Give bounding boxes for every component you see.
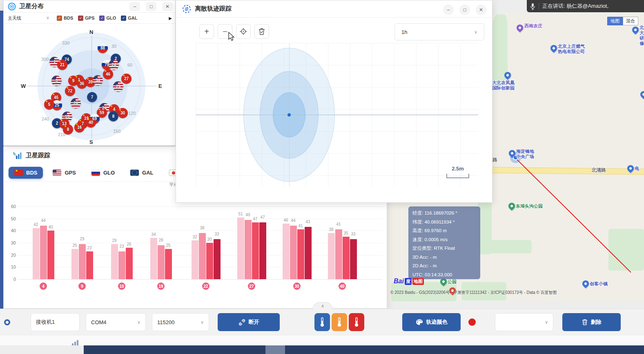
receiver-name-input[interactable]: 接收机1 (31, 313, 80, 331)
palette-icon (416, 319, 423, 325)
satellite-gps-24[interactable]: 24 (109, 60, 119, 70)
satellite-gps-26[interactable]: 26 (71, 98, 81, 108)
chevron-down-icon: ∨ (201, 320, 204, 325)
info-line: 速度: 0.0005 m/s (412, 235, 476, 244)
crosshair-icon (240, 28, 247, 35)
track-color-button[interactable]: 轨迹颜色 (402, 313, 461, 331)
tab-label: GPS (65, 170, 76, 176)
map-type-map-button[interactable]: 地图 (607, 17, 623, 25)
tab-label: GLO (103, 170, 115, 176)
azimuth-label-150: 150 (113, 129, 120, 134)
satellite-bds-5[interactable]: ★5 (44, 99, 54, 110)
satellite-bds-8[interactable]: ★8 (63, 124, 73, 134)
info-line: 定位类型: RTK Float (412, 244, 476, 253)
info-line: 经度: 116.18697026 ° (412, 209, 476, 218)
constellation-filter-bar: 主天线 ∨ ✓ BDS ✓ GPS ✓ GLO ✓ GAL ▶ (4, 13, 175, 24)
bar-value-label: 42 (31, 222, 41, 227)
checkbox-checked-icon: ✓ (121, 16, 126, 21)
maximize-icon[interactable]: □ (146, 2, 156, 11)
minimize-icon[interactable]: – (129, 2, 140, 11)
map-pin-blue[interactable] (639, 90, 644, 99)
receiver-radio-indicator[interactable] (4, 319, 10, 325)
temperature-button-orange[interactable] (332, 313, 347, 331)
bar-sat22-3 (214, 239, 221, 279)
satellite-gps-29[interactable]: 29 (113, 81, 123, 92)
temperature-button-red[interactable] (349, 313, 364, 331)
time-range-select[interactable]: 1h ∨ (394, 23, 484, 40)
map-label: 公园 (448, 279, 457, 285)
filter-gal[interactable]: ✓ GAL (121, 16, 137, 21)
satellite-bds-72[interactable]: ★72 (65, 86, 75, 96)
bar-value-label: 26 (124, 242, 134, 246)
mouse-cursor (227, 31, 236, 41)
antenna-select[interactable]: 主天线 ∨ (4, 15, 52, 21)
satellite-gal-7[interactable]: 7 (87, 92, 97, 102)
filter-glo[interactable]: ✓ GLO (99, 16, 116, 21)
map-pin-北京上庄燃气[interactable] (549, 44, 559, 53)
satellite-bds-30[interactable]: ★30 (118, 108, 128, 118)
map-type-hybrid-button[interactable]: 混合 (623, 17, 638, 25)
satellite-bds-27[interactable]: ★27 (121, 74, 131, 84)
map-pin-创客小镇[interactable] (581, 279, 591, 289)
bar-value-label: 43 (303, 220, 313, 224)
satellite-gps-3[interactable]: 3 (51, 76, 62, 86)
bar-sat10-0 (111, 244, 118, 279)
category-badge-27: 27 (248, 282, 255, 290)
play-arrow-icon[interactable]: ▶ (169, 16, 172, 20)
bar-sat19-2 (165, 249, 172, 279)
category-badge-30: 30 (293, 282, 301, 290)
filter-label: GPS (85, 16, 94, 20)
baud-rate-value: 115200 (157, 319, 174, 325)
filter-bds[interactable]: ✓ BDS (57, 16, 73, 21)
y-axis-tick: 30 (5, 240, 16, 245)
map-label: 东埠头沟公园 (516, 204, 543, 209)
satellite-bds-46[interactable]: ★46 (103, 69, 113, 79)
com-port-value: COM4 (91, 319, 107, 325)
disconnect-button[interactable]: 断开 (218, 313, 280, 331)
tab-gal[interactable]: GAL (125, 167, 159, 179)
bar-sat22-2 (206, 243, 213, 279)
close-icon[interactable]: ✕ (162, 2, 173, 11)
map-pin-西南农庄[interactable] (515, 23, 525, 33)
minimize-icon[interactable]: – (443, 4, 454, 15)
y-axis-tick: 40 (5, 228, 16, 233)
checkbox-checked-icon: ✓ (99, 16, 105, 21)
temperature-button-blue[interactable] (314, 313, 330, 331)
map-label: 创客小镇 (590, 281, 608, 287)
track-color-swatch[interactable] (468, 318, 476, 326)
chart-gridline (18, 206, 383, 207)
bar-value-label: 41 (334, 222, 343, 226)
satellite-gps-34[interactable]: 34 (93, 75, 103, 85)
delete-label: 删除 (591, 318, 602, 326)
satellite-glo-88[interactable]: 88 (98, 43, 108, 53)
bar-sat40-3 (350, 239, 357, 279)
satellite-distribution-window: 卫星分布 – □ ✕ 主天线 ∨ ✓ BDS ✓ GPS ✓ GLO ✓ GAL… (3, 0, 176, 146)
position-center-dot (287, 113, 291, 117)
map-pin-东埠头沟公园[interactable] (507, 202, 517, 211)
baud-rate-select[interactable]: 115200 ∨ (152, 313, 209, 331)
collapse-toolbar-button[interactable]: ∧ (313, 302, 332, 309)
bar-value-label: 38 (197, 226, 207, 230)
y-axis-tick: 60 (5, 204, 16, 209)
delete-button[interactable]: 删除 (562, 313, 621, 331)
tab-gps[interactable]: GPS (47, 167, 81, 179)
com-port-select[interactable]: COM4 ∨ (86, 313, 146, 331)
recenter-button[interactable] (236, 24, 251, 39)
tab-bds[interactable]: BDS (9, 167, 43, 179)
bar-sat27-0 (237, 217, 244, 279)
bottom-strip (0, 336, 644, 345)
track-polyline (515, 157, 631, 273)
map-pin-北大：[interactable] (631, 25, 640, 35)
satellite-gal-8[interactable]: 8 (108, 111, 118, 121)
tab-glo[interactable]: GLO (86, 167, 120, 179)
zoom-in-button[interactable]: + (199, 24, 214, 39)
filter-gps[interactable]: ✓ GPS (78, 16, 94, 21)
trash-icon (582, 319, 588, 325)
close-icon[interactable]: ✕ (476, 4, 486, 15)
azimuth-label-240: 240 (42, 117, 49, 121)
track-select[interactable]: ∨ (495, 313, 553, 331)
maximize-icon[interactable]: □ (459, 4, 470, 15)
clear-track-button[interactable] (254, 24, 269, 39)
filter-label: BDS (64, 16, 73, 20)
map-label: 北京上庄燃气热电有限公司 (558, 44, 585, 54)
